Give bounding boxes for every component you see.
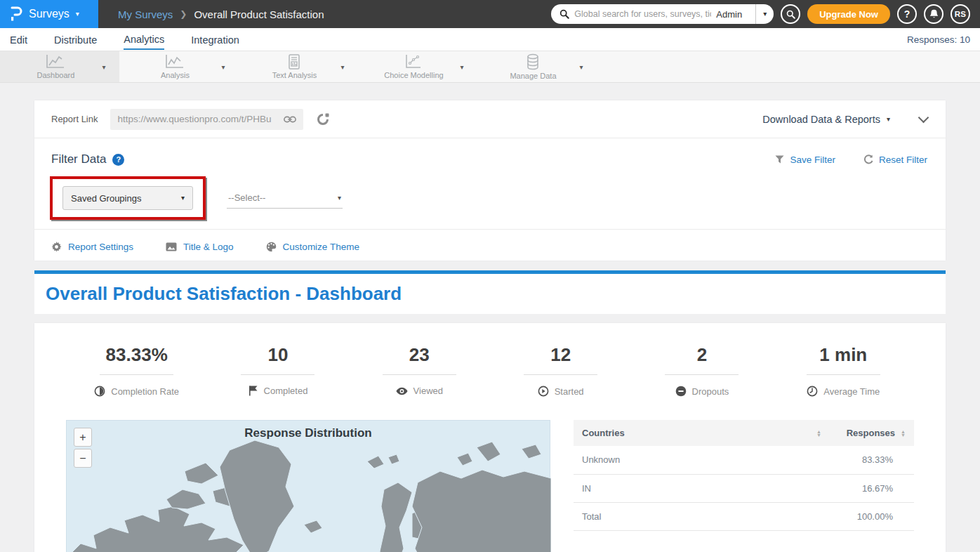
minus-circle-icon	[675, 386, 687, 397]
reset-filter-button[interactable]: Reset Filter	[863, 155, 927, 165]
saved-groupings-value: Saved Groupings	[71, 193, 141, 204]
sort-icon[interactable]: ▲▼	[816, 430, 821, 437]
breadcrumb-current: Overall Product Satisfaction	[194, 8, 324, 20]
dashboard-bottom-row: Response Distribution + −	[34, 420, 946, 552]
module-dashboard[interactable]: Dashboard ▾	[0, 51, 119, 82]
module-manage-data[interactable]: Manage Data ▾	[477, 51, 597, 82]
report-settings-label: Report Settings	[68, 242, 133, 252]
chevron-down-icon[interactable]: ▾	[579, 63, 583, 71]
filter-dropdown-row: Saved Groupings ▾ --Select-- ▾	[34, 166, 946, 220]
report-settings-row: Report Settings Title & Logo Customize T…	[34, 229, 946, 264]
module-label: Analysis	[161, 71, 190, 79]
divider	[524, 374, 597, 375]
embed-report-icon[interactable]	[316, 112, 330, 126]
chevron-down-icon[interactable]: ▾	[102, 63, 105, 71]
response-distribution-map[interactable]: Response Distribution + −	[66, 420, 550, 552]
question-mark-icon: ?	[904, 8, 911, 20]
stat-value: 83.33%	[106, 344, 168, 366]
divider	[383, 374, 456, 375]
divider	[241, 374, 314, 375]
upgrade-now-button[interactable]: Upgrade Now	[807, 4, 890, 24]
stat-completed: 10 Completed	[207, 344, 348, 397]
countries-header-label: Countries	[582, 428, 625, 438]
title-logo-label: Title & Logo	[183, 242, 234, 252]
chevron-down-icon: ▾	[338, 195, 341, 202]
countries-column-header[interactable]: Countries ▲▼	[574, 420, 830, 446]
stat-average-time: 1 min Average Time	[773, 344, 914, 397]
flag-icon	[249, 386, 258, 396]
search-icon	[559, 9, 569, 19]
save-filter-label: Save Filter	[790, 155, 835, 165]
module-choice-modelling[interactable]: Choice Modelling ▾	[358, 51, 477, 82]
title-logo-button[interactable]: Title & Logo	[166, 242, 234, 252]
stat-value: 12	[550, 344, 571, 366]
sort-icon[interactable]: ▲▼	[901, 430, 906, 437]
dashboard-chart-icon	[45, 54, 66, 70]
chevron-down-icon[interactable]: ▾	[460, 63, 463, 71]
stat-label: Dropouts	[692, 386, 729, 397]
stat-value: 23	[409, 344, 430, 366]
image-icon	[166, 242, 177, 251]
stat-label: Completed	[264, 386, 308, 396]
responses-cell: 16.67%	[830, 474, 914, 502]
text-analysis-icon	[286, 54, 302, 70]
module-label: Dashboard	[37, 71, 75, 79]
surveys-menu[interactable]: Surveys ▾	[0, 0, 98, 28]
map-zoom-in-button[interactable]: +	[74, 428, 92, 447]
bell-icon	[929, 9, 939, 19]
table-row: Unknown 83.33%	[574, 446, 914, 474]
link-icon[interactable]	[284, 115, 296, 124]
stat-label: Started	[555, 386, 584, 397]
tab-edit[interactable]: Edit	[10, 30, 27, 49]
customize-theme-button[interactable]: Customize Theme	[266, 242, 359, 252]
help-button[interactable]: ?	[897, 4, 917, 24]
avatar-initials: RS	[955, 10, 967, 18]
search-button[interactable]	[781, 4, 800, 24]
chevron-down-icon: ▾	[181, 195, 185, 202]
chevron-down-icon[interactable]: ▾	[340, 63, 344, 71]
breadcrumb: My Surveys ❯ Overall Product Satisfactio…	[118, 8, 324, 20]
analysis-chart-icon	[164, 54, 185, 70]
notifications-button[interactable]	[924, 4, 943, 24]
analytics-toolbar: Dashboard ▾ Analysis ▾ Text Analysis	[0, 51, 980, 83]
tab-integration[interactable]: Integration	[191, 30, 239, 49]
module-text-analysis[interactable]: Text Analysis ▾	[239, 51, 358, 82]
search-scope-dropdown[interactable]: ▾	[755, 4, 774, 24]
download-data-reports-button[interactable]: Download Data & Reports ▾	[762, 114, 890, 125]
global-search-main: Admin	[551, 9, 755, 20]
responses-count[interactable]: Responses: 10	[907, 34, 970, 45]
map-zoom-out-button[interactable]: −	[74, 449, 92, 468]
country-cell: Unknown	[574, 446, 830, 474]
tab-analytics[interactable]: Analytics	[124, 29, 164, 50]
report-row-right: Download Data & Reports ▾	[762, 114, 927, 125]
breadcrumb-my-surveys[interactable]: My Surveys	[118, 8, 173, 20]
avatar[interactable]: RS	[951, 4, 970, 24]
search-scope-label[interactable]: Admin	[716, 9, 748, 20]
responses-column-header[interactable]: Responses ▲▼	[830, 420, 914, 446]
save-filter-button[interactable]: Save Filter	[775, 155, 835, 165]
collapse-panel-chevron-icon[interactable]	[918, 112, 929, 123]
module-label: Text Analysis	[272, 71, 317, 79]
filter-help-icon[interactable]: ?	[112, 154, 124, 166]
stat-completion-rate: 83.33% Completion Rate	[66, 344, 207, 397]
tab-distribute[interactable]: Distribute	[54, 30, 97, 49]
chevron-down-icon[interactable]: ▾	[221, 63, 225, 71]
report-link-input[interactable]	[117, 114, 284, 124]
world-map	[67, 421, 551, 552]
country-cell: Total	[574, 502, 830, 530]
chevron-down-icon: ▾	[887, 116, 890, 123]
report-settings-button[interactable]: Report Settings	[51, 242, 133, 252]
palette-icon	[266, 242, 277, 252]
grouping-value-select[interactable]: --Select-- ▾	[227, 188, 343, 209]
module-label: Manage Data	[510, 72, 556, 80]
country-cell: IN	[574, 474, 830, 502]
choice-modelling-icon	[404, 54, 423, 70]
play-circle-icon	[538, 386, 549, 397]
saved-groupings-select[interactable]: Saved Groupings ▾	[62, 186, 193, 210]
reset-filter-label: Reset Filter	[879, 155, 927, 165]
module-analysis[interactable]: Analysis ▾	[119, 51, 239, 82]
search-icon	[786, 10, 795, 19]
stat-label: Average Time	[823, 386, 880, 397]
table-row: Total 100.00%	[574, 502, 914, 530]
global-search-input[interactable]	[574, 9, 711, 19]
